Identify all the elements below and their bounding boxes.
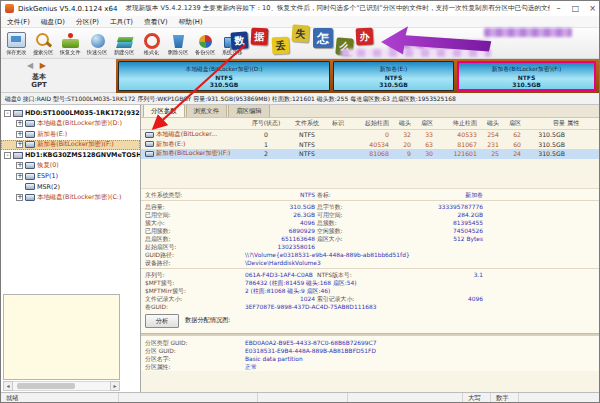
expand-icon[interactable]: + xyxy=(16,173,23,180)
analyze-row: 分析 数据分配情况图: xyxy=(141,311,600,331)
col-attr[interactable]: 属性 xyxy=(567,119,593,128)
tab-partition-params[interactable]: 分区参数 xyxy=(143,105,185,117)
drive-icon xyxy=(25,183,35,190)
partition-bar-f-selected[interactable]: 新加卷(BitLocker加密)(F:) NTFS 310.5GB xyxy=(457,61,596,91)
tab-sector-edit[interactable]: 扇区编辑 xyxy=(228,105,270,117)
ad-tile: 办 xyxy=(356,28,374,46)
tree-node-partition-e[interactable]: + 新加卷(E:) xyxy=(1,129,140,140)
ad-banner[interactable]: 数 据 丢 失 怎 么 办 xyxy=(229,23,600,58)
drive-icon xyxy=(25,131,35,138)
nav-right-icon[interactable]: ▶ xyxy=(40,61,46,70)
allocation-map-caption: 数据分配情况图: xyxy=(185,316,230,325)
expand-icon[interactable]: + xyxy=(16,141,23,148)
tab-browse-files[interactable]: 浏览文件 xyxy=(186,105,228,117)
drive-icon xyxy=(25,141,35,148)
maximize-button[interactable]: □ xyxy=(567,2,584,15)
collapse-icon[interactable]: - xyxy=(4,152,11,159)
collapse-icon[interactable]: - xyxy=(4,110,11,117)
tree-node-msr[interactable]: MSR(2) xyxy=(1,182,140,193)
tree-node-disk-hd0[interactable]: - HD0:ST1000LM035-1RK172(932GB) xyxy=(1,108,140,119)
disk-info-line: 磁盘0 接口:RAID 型号:ST1000LM035-1RK172 序列号:WK… xyxy=(1,93,600,105)
backup-partition-button[interactable]: 备份分区 xyxy=(192,28,219,58)
pie-backup-icon xyxy=(199,35,212,48)
drive-icon xyxy=(145,141,154,147)
expand-icon[interactable]: + xyxy=(16,120,23,127)
nav-left-icon[interactable]: ◀ xyxy=(27,61,33,70)
diskgenius-window: DiskGenius V5.4.0.1124 x64 发现新版本 V5.4.2.… xyxy=(0,0,600,403)
menu-view[interactable]: 查看(V) xyxy=(144,17,168,27)
tree-node-partition-c[interactable]: + 本地磁盘(BitLocker加密)(C:) xyxy=(1,192,140,203)
menu-partition[interactable]: 分区(P) xyxy=(76,17,99,27)
format-icon xyxy=(144,33,160,49)
disk-icon xyxy=(13,152,23,159)
menu-help[interactable]: 帮助(H) xyxy=(179,17,203,27)
purple-arrow-icon xyxy=(379,23,499,58)
scrollbar-track[interactable] xyxy=(13,381,110,391)
recover-files-icon xyxy=(62,39,79,48)
disk-mode-gpt: GPT xyxy=(19,81,59,89)
tree-node-disk-hd1[interactable]: - HD1:KBG30ZMS128GNVMeTOSHIBA1 xyxy=(1,150,140,161)
ad-tile: 失 xyxy=(291,24,309,42)
table-row-selected[interactable]: 新加卷(BitLocker加密)(F:) 2 NTFS 81068 9 30 1… xyxy=(141,149,600,159)
save-changes-button[interactable]: 保存更改 xyxy=(3,28,30,58)
tree-node-partition-f-selected[interactable]: + 新加卷(BitLocker加密)(F:) xyxy=(1,140,140,151)
col-start-cyl[interactable]: 起始柱面 xyxy=(349,119,391,128)
save-icon xyxy=(7,32,26,48)
table-header: 序号(状态) 文件系统 标识 起始柱面 磁头 扇区 终止柱面 磁头 扇区 容量 … xyxy=(141,118,600,130)
disk-icon xyxy=(13,110,23,117)
table-row[interactable]: 本地磁盘(BitLocker... 0 NTFS 0 32 33 40533 2… xyxy=(141,130,600,140)
col-seq[interactable]: 序号(状态) xyxy=(245,119,287,128)
status-num: 数字 xyxy=(491,393,519,403)
trash-icon xyxy=(173,35,184,48)
search-partition-button[interactable]: 搜索分区 xyxy=(30,28,57,58)
new-partition-icon xyxy=(116,42,133,48)
delete-partition-button[interactable]: 删除分区 xyxy=(165,28,192,58)
quick-partition-button[interactable]: 快速分区 xyxy=(84,28,111,58)
expand-icon[interactable]: + xyxy=(16,131,23,138)
partition-bar-d[interactable]: 本地磁盘(BitLocker加密)(D:) NTFS 310.5GB xyxy=(118,61,330,91)
col-capacity[interactable]: 容量 xyxy=(523,119,567,128)
col-start-head[interactable]: 磁头 xyxy=(391,119,413,128)
ad-tile: 数 xyxy=(230,31,248,49)
close-button[interactable]: × xyxy=(584,2,600,15)
analyze-button[interactable]: 分析 xyxy=(145,314,179,328)
scrollbar-thumb[interactable] xyxy=(17,383,75,389)
scroll-left-icon[interactable]: ◂ xyxy=(3,381,13,391)
expand-icon[interactable]: + xyxy=(16,194,23,201)
drive-icon xyxy=(25,194,35,201)
update-notice: 发现新版本 V5.4.2.1239 主要更新内容如下：10、恢复文件后，同时勾选… xyxy=(125,4,550,13)
ad-tile: 丢 xyxy=(272,37,290,55)
format-button[interactable]: 格式化 xyxy=(138,28,165,58)
section-divider xyxy=(141,333,600,336)
col-end-head[interactable]: 磁头 xyxy=(479,119,501,128)
ad-tile: 怎 xyxy=(313,28,333,48)
ad-tile: 据 xyxy=(251,28,269,46)
menu-file[interactable]: 文件(F) xyxy=(7,17,30,27)
menu-disk[interactable]: 磁盘(D) xyxy=(41,17,65,27)
minimize-button[interactable]: – xyxy=(550,2,567,15)
col-end-cyl[interactable]: 终止柱面 xyxy=(435,119,479,128)
drive-icon xyxy=(25,173,35,180)
col-end-sec[interactable]: 扇区 xyxy=(501,119,523,128)
menu-tools[interactable]: 工具(T) xyxy=(110,17,133,27)
partition-bar-e[interactable]: 新加卷(E:) NTFS 310.5GB xyxy=(333,61,454,91)
expand-icon[interactable]: + xyxy=(16,162,23,169)
tree-node-partition-d[interactable]: + 本地磁盘(BitLocker加密)(D:) xyxy=(1,119,140,130)
tree-node-recovery[interactable]: + 恢复(0) xyxy=(1,161,140,172)
drive-icon xyxy=(145,132,154,138)
recover-files-button[interactable]: 恢复文件 xyxy=(57,28,84,58)
col-fs[interactable]: 文件系统 xyxy=(287,119,327,128)
col-start-sec[interactable]: 扇区 xyxy=(413,119,435,128)
new-partition-button[interactable]: 新建分区 xyxy=(111,28,138,58)
table-row[interactable]: 新加卷(E:) 1 NTFS 40534 20 63 81067 231 60 … xyxy=(141,140,600,150)
tree-node-esp[interactable]: + ESP(1) xyxy=(1,171,140,182)
search-icon xyxy=(34,32,53,48)
status-ready: 就绪 xyxy=(1,393,119,403)
col-flag[interactable]: 标识 xyxy=(327,119,349,128)
status-bar: 就绪 大写 数字 xyxy=(1,392,600,403)
status-caps: 大写 xyxy=(463,393,491,403)
scroll-right-icon[interactable]: ▸ xyxy=(110,381,120,391)
window-title: DiskGenius V5.4.0.1124 x64 xyxy=(18,5,117,13)
horizontal-scrollbar[interactable]: ◂ ▸ xyxy=(3,381,120,391)
title-bar: DiskGenius V5.4.0.1124 x64 发现新版本 V5.4.2.… xyxy=(1,1,600,16)
